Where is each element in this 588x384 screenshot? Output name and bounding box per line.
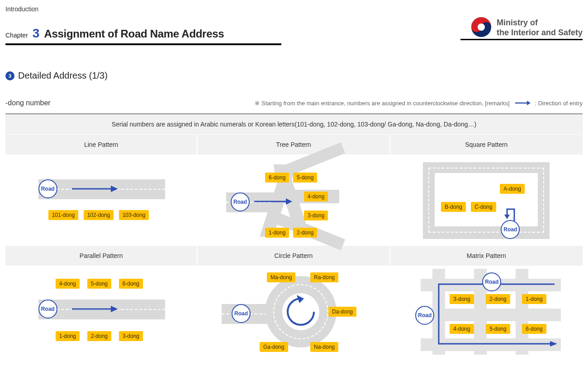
dong-label: 6-dong xyxy=(119,279,143,289)
svg-marker-12 xyxy=(550,341,557,347)
svg-marker-8 xyxy=(504,215,510,219)
road-node: Road xyxy=(38,300,57,318)
dong-label: 2-dong xyxy=(293,228,317,238)
dong-label: Ra-dong xyxy=(310,272,338,282)
svg-point-1 xyxy=(478,23,485,31)
dong-label: 1-dong xyxy=(265,228,289,238)
circular-arrow-icon xyxy=(281,292,320,333)
col-header-matrix: Matrix Pattern xyxy=(390,246,583,267)
dong-label: 5-dong xyxy=(293,173,317,183)
col-header-parallel: Parallel Pattern xyxy=(5,246,198,267)
dong-label: Na-dong xyxy=(310,342,338,352)
road-node: Road xyxy=(231,192,250,211)
dong-label: 2-dong xyxy=(486,294,510,304)
legend-label: : Direction of entry xyxy=(535,100,583,107)
dong-label: 4-dong xyxy=(450,324,474,334)
direction-arrow-icon xyxy=(70,182,120,197)
dong-label: 1-dong xyxy=(56,331,80,341)
svg-marker-10 xyxy=(111,306,118,312)
table-caption: Serial numbers are assigned in Arabic nu… xyxy=(5,114,583,135)
col-header-tree: Tree Pattern xyxy=(198,135,390,155)
col-header-square: Square Pattern xyxy=(390,135,583,155)
section-title: Detailed Address (1/3) xyxy=(18,70,108,81)
svg-marker-5 xyxy=(111,186,118,192)
direction-arrow-icon xyxy=(70,302,120,318)
chapter-number: 3 xyxy=(33,26,40,41)
svg-marker-3 xyxy=(527,101,531,105)
header-rule-left xyxy=(5,43,281,45)
diagram-matrix-pattern: Road Road 3-dong 2-dong 1-dong 4-dong 5-… xyxy=(390,267,583,357)
dong-label: 4-dong xyxy=(304,192,328,201)
dong-label: C-dong xyxy=(471,202,496,212)
diagram-line-pattern: Road 101-dong 102-dong 103-dong xyxy=(5,155,198,246)
dong-label: 6-dong xyxy=(522,324,546,334)
dong-label: 5-dong xyxy=(486,324,510,334)
diagram-parallel-pattern: 4-dong 5-dong 6-dong Road 1-dong 2-dong … xyxy=(5,267,198,357)
diagram-square-pattern: Road A-dong B-dong C-dong xyxy=(390,155,583,246)
dong-label: Da-dong xyxy=(328,307,356,317)
road-node: Road xyxy=(232,304,251,323)
dong-label: A-dong xyxy=(500,184,525,194)
dong-label: 5-dong xyxy=(87,279,111,289)
chapter-heading: Chapter 3 Assignment of Road Name Addres… xyxy=(5,26,224,41)
ministry-line-2: the Interior and Safety xyxy=(497,28,583,38)
dong-label: B-dong xyxy=(441,202,466,212)
chapter-title: Assignment of Road Name Address xyxy=(44,28,224,40)
taegeuk-icon xyxy=(470,16,492,40)
dong-label: 1-dong xyxy=(522,294,546,304)
direction-arrow-icon xyxy=(253,196,294,209)
road-node: Road xyxy=(38,179,57,198)
sub-heading: -dong number xyxy=(5,99,51,107)
legend-arrow-icon xyxy=(514,100,531,106)
col-header-circle: Circle Pattern xyxy=(198,246,390,267)
dong-label: 2-dong xyxy=(87,331,111,341)
dong-label: 3-dong xyxy=(119,331,143,341)
ministry-logo: Ministry of the Interior and Safety xyxy=(470,16,583,40)
dong-label: Ga-dong xyxy=(260,342,288,352)
dong-label: Ma-dong xyxy=(267,272,295,282)
col-header-line: Line Pattern xyxy=(5,135,198,155)
chapter-label: Chapter xyxy=(5,32,28,39)
dong-label: 101-dong xyxy=(48,210,79,220)
header-rule-right xyxy=(460,39,583,40)
diagram-tree-pattern: Road 1-dong 2-dong 3-dong 4-dong 5-dong … xyxy=(198,155,390,246)
dong-label: 6-dong xyxy=(265,173,289,183)
diagram-circle-pattern: Road Ga-dong Na-dong Da-dong Ra-dong Ma-… xyxy=(198,267,390,357)
ministry-line-1: Ministry of xyxy=(497,18,583,28)
dong-label: 103-dong xyxy=(119,210,149,220)
svg-marker-7 xyxy=(286,198,292,205)
section-badge: 3 xyxy=(5,71,14,80)
dong-label: 102-dong xyxy=(84,210,114,220)
pattern-table: Serial numbers are assigned in Arabic nu… xyxy=(5,113,583,357)
dong-label: 3-dong xyxy=(450,294,474,304)
remark-text: ※ Starting from the main entrance, numbe… xyxy=(255,100,509,107)
dong-label: 3-dong xyxy=(304,211,328,220)
dong-label: 4-dong xyxy=(56,279,80,289)
intro-label: Introduction xyxy=(5,5,583,13)
